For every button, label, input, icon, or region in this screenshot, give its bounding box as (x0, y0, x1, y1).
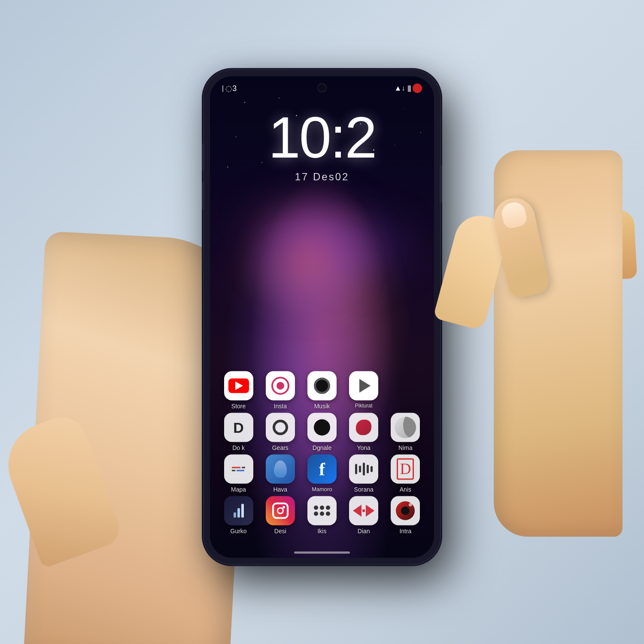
camera-label: Insta (274, 403, 287, 410)
volume-up-button[interactable] (202, 143, 204, 171)
beats-label: Sorana (354, 486, 374, 493)
maps-icon (224, 455, 253, 484)
dark-label: Dgnale (313, 444, 331, 451)
gears-label: Gears (272, 444, 289, 451)
yoga-label: Yona (357, 444, 370, 451)
clock-time: 10:2 (210, 109, 434, 167)
gears-icon (266, 413, 295, 442)
youtube-label: Store (231, 403, 246, 410)
clock-date: 17 Des02 (210, 171, 434, 183)
redeye-label: Intra (399, 528, 411, 535)
camera-icon (266, 371, 295, 401)
fingernail (499, 200, 528, 230)
maps-label: Mapa (231, 486, 246, 493)
instagram-icon (266, 496, 295, 526)
status-left: | ◌3 (222, 83, 237, 93)
app-grid: Store Insta Musik (219, 371, 425, 535)
app-settings[interactable]: Ikis (302, 496, 342, 535)
home-indicator[interactable] (294, 552, 350, 554)
app-beats[interactable]: Sorana (344, 455, 384, 493)
facebook-icon: f (307, 455, 337, 484)
facebook-label: Mamoro (312, 486, 332, 492)
app-bowtie[interactable]: Dian (344, 496, 384, 535)
redeye-icon (391, 496, 420, 526)
app-redeye[interactable]: Intra (386, 496, 425, 535)
app-dark[interactable]: Dgnale (302, 413, 342, 451)
beats-icon (349, 455, 378, 484)
youtube-icon (224, 371, 253, 401)
dapp-icon: D (391, 455, 420, 484)
player-label: Pikturat (355, 403, 373, 409)
dapp-label: Anis (400, 486, 411, 493)
app-gears[interactable]: Gears (260, 413, 300, 451)
app-nima[interactable]: Nima (386, 413, 425, 451)
podcast-label: Gurko (231, 528, 247, 535)
bowtie-icon (349, 496, 378, 526)
podcast-icon (224, 496, 253, 526)
music-label: Musik (314, 403, 330, 410)
app-youtube[interactable]: Store (219, 371, 258, 410)
scene: | ◌3 ▲↓ ||| 10:2 17 Des02 (0, 0, 644, 644)
phone-screen: | ◌3 ▲↓ ||| 10:2 17 Des02 (210, 76, 434, 558)
phone: | ◌3 ▲↓ ||| 10:2 17 Des02 (204, 70, 440, 564)
status-right: ▲↓ ||| (394, 83, 422, 93)
wifi-icon: ▲↓ (394, 84, 405, 92)
app-player[interactable]: Pikturat (344, 371, 384, 410)
app-weather[interactable]: Hava (260, 455, 300, 493)
empty-slot-1 (386, 371, 425, 410)
player-icon (349, 371, 378, 401)
camera-notch (318, 84, 326, 92)
app-podcast[interactable]: Gurko (219, 496, 258, 535)
app-facebook[interactable]: f Mamoro (302, 455, 342, 493)
app-maps[interactable]: Mapa (219, 455, 258, 493)
app-yoga[interactable]: Yona (344, 413, 384, 451)
power-button[interactable] (440, 165, 442, 204)
dark-icon (307, 413, 337, 442)
instagram-label: Desi (274, 528, 286, 535)
signal-bars-icon: ||| (407, 84, 410, 92)
app-docs[interactable]: D Do k (219, 413, 258, 451)
status-text-left: ◌3 (225, 83, 237, 93)
docs-label: Do k (232, 444, 245, 451)
bowtie-label: Dian (358, 528, 370, 535)
nima-label: Nima (398, 444, 413, 451)
docs-icon: D (224, 413, 253, 442)
app-music[interactable]: Musik (302, 371, 342, 410)
alarm-icon (413, 83, 422, 93)
settings-icon (307, 496, 337, 526)
settings-label: Ikis (317, 528, 326, 535)
app-camera[interactable]: Insta (260, 371, 300, 410)
music-icon (307, 371, 337, 401)
app-dapp[interactable]: D Anis (386, 455, 425, 493)
yoga-icon (349, 413, 378, 442)
volume-down-button[interactable] (202, 182, 204, 210)
clock-display: 10:2 17 Des02 (210, 109, 434, 183)
signal-icon: | (222, 84, 224, 92)
app-instagram[interactable]: Desi (260, 496, 300, 535)
weather-label: Hava (273, 486, 287, 493)
weather-icon (266, 455, 295, 484)
nima-icon (391, 413, 420, 442)
